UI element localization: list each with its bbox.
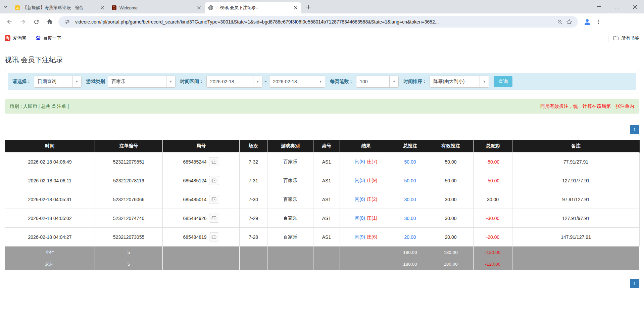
result-player: 闲(6): [355, 196, 365, 202]
subtotal-row: 小计 5 180.00 180.00 -120.00: [5, 247, 640, 258]
page-1-button[interactable]: 1: [630, 279, 639, 288]
cell-result: 闲(8)庄(7): [340, 152, 392, 171]
chevron-down-icon[interactable]: ▼: [316, 76, 325, 87]
tab-welcome[interactable]: Welcome: [108, 2, 205, 13]
cell-total-bet[interactable]: 30.00: [392, 209, 428, 228]
chevron-down-icon[interactable]: ▼: [389, 76, 398, 87]
per-page-select[interactable]: 100 ▼: [356, 76, 399, 88]
bookmarks-bar: 淘 爱淘宝 百度一下 所有书签: [0, 30, 644, 46]
cell-total-bet[interactable]: 30.00: [392, 190, 428, 209]
table-row: 2026-02-18 04:05:31 523212076066 6854850…: [5, 190, 640, 209]
all-bookmarks-button[interactable]: 所有书签: [613, 35, 639, 41]
video-replay-button[interactable]: [209, 195, 219, 204]
page-content: 视讯 会员下注纪录 请选择： 日期查询 ▼ 游戏类别 百家乐 ▼ 时间区间： 2…: [0, 55, 644, 288]
back-button[interactable]: [3, 15, 16, 29]
bookmark-item-taobao[interactable]: 淘 爱淘宝: [5, 35, 27, 41]
video-replay-button[interactable]: [209, 214, 219, 223]
cell-payout: -30.00: [474, 209, 512, 228]
cell-valid-bet: 50.00: [428, 171, 474, 190]
reload-button[interactable]: [30, 15, 43, 29]
cell-bet-id: 523212079851: [95, 152, 163, 171]
game-type-select[interactable]: 百家乐 ▼: [108, 76, 176, 88]
subtotal-valid-bet: 180.00: [428, 247, 474, 258]
browser-menu-icon[interactable]: [593, 16, 604, 28]
welcome-favicon-icon: [111, 5, 117, 10]
cell-table: AS1: [313, 152, 340, 171]
profile-avatar-icon[interactable]: [581, 16, 593, 28]
baidu-paw-icon: [35, 35, 41, 41]
round-number: 685485124: [183, 178, 206, 183]
query-button[interactable]: 查询: [494, 76, 512, 87]
col-header-session: 场次: [240, 140, 267, 152]
result-player: 闲(5): [355, 178, 365, 183]
col-header-time: 时间: [5, 140, 95, 152]
window-minimize-button[interactable]: [590, 0, 608, 13]
chevron-down-icon[interactable]: ▼: [480, 76, 489, 87]
bookmark-star-icon[interactable]: [564, 17, 574, 27]
result-banker: 庄(1): [367, 215, 377, 221]
cell-game: 百家乐: [267, 152, 313, 171]
cell-table: AS1: [313, 209, 340, 228]
total-count: 5: [95, 258, 163, 270]
forward-button[interactable]: [16, 15, 30, 29]
query-type-select[interactable]: 日期查询 ▼: [34, 76, 82, 88]
cell-session: 7-31: [240, 171, 267, 190]
result-player: 闲(9): [355, 234, 365, 239]
result-banker: 庄(7): [367, 159, 377, 164]
home-button[interactable]: [43, 15, 56, 29]
select-type-label: 请选择：: [12, 79, 31, 85]
cell-total-bet[interactable]: 20.00: [392, 228, 428, 247]
chevron-down-icon[interactable]: ▼: [72, 76, 81, 87]
cell-round: 685485014: [163, 190, 240, 209]
tab-search-chevron-icon[interactable]: [0, 0, 11, 13]
per-page-label: 每页笔数：: [330, 79, 353, 85]
date-from-picker[interactable]: 2026-02-18 ▼: [206, 76, 262, 88]
cell-valid-bet: 50.00: [428, 152, 474, 171]
window-close-button[interactable]: [626, 0, 644, 13]
cell-valid-bet: 30.00: [428, 209, 474, 228]
cell-round: 685485124: [163, 171, 240, 190]
cell-round: 685484819: [163, 228, 240, 247]
window-maximize-button[interactable]: [608, 0, 626, 13]
tab-close-icon[interactable]: [293, 5, 299, 11]
cell-valid-bet: 30.00: [428, 190, 474, 209]
url-bar[interactable]: videoie.com/ipl/portal.php/game/betrecor…: [58, 16, 578, 28]
pagination-bottom: 1: [5, 279, 639, 288]
sort-order-value: 降幂(由大到小): [430, 76, 480, 87]
col-header-bet-id: 注单编号: [95, 140, 163, 152]
page-1-button[interactable]: 1: [630, 125, 639, 134]
tab-close-icon[interactable]: [99, 5, 105, 11]
cell-bet-id: 523212076066: [95, 190, 163, 209]
chevron-down-icon[interactable]: ▼: [253, 76, 262, 87]
cell-remark: 127.91/77.91: [512, 171, 640, 190]
bookmarks-divider: [608, 35, 608, 42]
site-info-icon[interactable]: [62, 17, 72, 27]
cell-remark: 97.91/127.91: [512, 190, 640, 209]
video-replay-button[interactable]: [209, 232, 219, 241]
video-replay-button[interactable]: [209, 176, 219, 185]
sort-order-select[interactable]: 降幂(由大到小) ▼: [430, 76, 489, 88]
cell-remark: 127.91/97.91: [512, 209, 640, 228]
col-header-result: 结果: [340, 140, 392, 152]
cell-total-bet[interactable]: 50.00: [392, 171, 428, 190]
cell-bet-id: 523212074740: [95, 209, 163, 228]
cell-total-bet[interactable]: 50.00: [392, 152, 428, 171]
date-to-value: 2026-02-18: [269, 76, 316, 87]
subtotal-total-bet: 180.00: [392, 247, 428, 258]
video-replay-button[interactable]: [209, 157, 219, 166]
zoom-icon[interactable]: [555, 17, 564, 27]
tab-forum[interactable]: 【新提醒】海燕策略论坛 - 综合: [11, 2, 108, 13]
currency-summary-text: 币别 : 人民币 | 总共 :5 注单 |: [10, 103, 69, 109]
bookmark-item-baidu[interactable]: 百度一下: [35, 35, 61, 41]
new-tab-button[interactable]: [303, 2, 313, 12]
date-to-picker[interactable]: 2026-02-18 ▼: [269, 76, 325, 88]
filter-bar: 请选择： 日期查询 ▼ 游戏类别 百家乐 ▼ 时间区间： 2026-02-18 …: [8, 73, 636, 90]
chevron-down-icon[interactable]: ▼: [166, 76, 175, 87]
tab-bet-records[interactable]: :::视讯 会员下注纪录:::: [205, 2, 301, 13]
total-valid-bet: 180.00: [428, 258, 474, 270]
result-banker: 庄(9): [367, 178, 377, 183]
table-row: 2026-02-18 04:05:02 523212074740 6854849…: [5, 209, 640, 228]
tab-close-icon[interactable]: [196, 5, 202, 11]
result-banker: 庄(2): [367, 196, 377, 202]
cell-payout: 30.00: [474, 190, 512, 209]
